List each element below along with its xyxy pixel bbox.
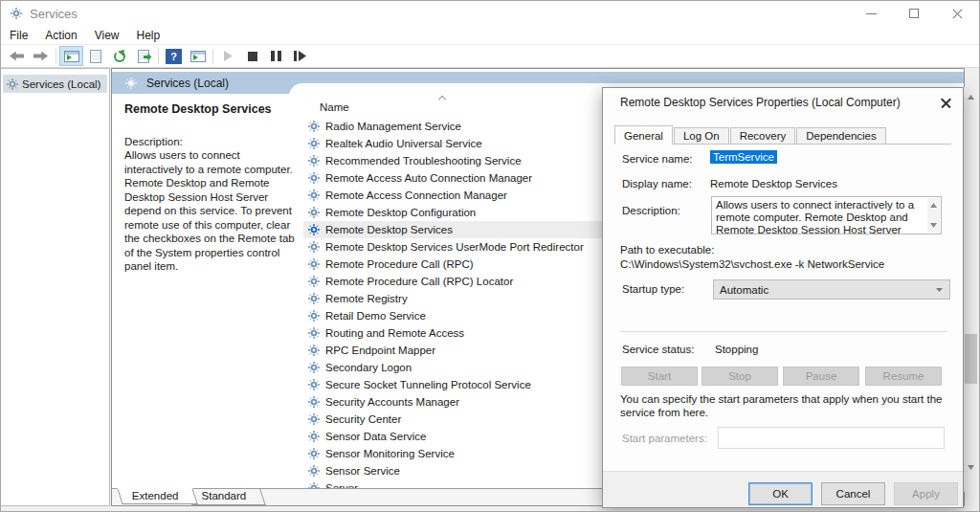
- dialog-close-icon[interactable]: [938, 95, 955, 111]
- service-row-label: Remote Access Connection Manager: [325, 189, 507, 201]
- service-gear-icon: [308, 413, 320, 425]
- console-tree-panel: Services (Local): [1, 68, 110, 506]
- help-icon[interactable]: ?: [162, 46, 186, 66]
- menu-action[interactable]: Action: [36, 27, 85, 44]
- scrollbar-thumb[interactable]: [965, 334, 977, 384]
- service-row-label: Sensor Service: [325, 465, 400, 477]
- back-icon[interactable]: [5, 46, 29, 66]
- service-gear-icon: [308, 465, 320, 477]
- startup-type-value: Automatic: [720, 284, 768, 296]
- description-scrollbar[interactable]: [927, 198, 940, 233]
- stop-service-icon[interactable]: [240, 46, 264, 66]
- service-gear-icon: [308, 241, 320, 253]
- selected-service-title: Remote Desktop Services: [124, 102, 296, 116]
- service-row-label: Security Accounts Manager: [325, 396, 459, 408]
- display-name-value: Remote Desktop Services: [710, 178, 837, 189]
- dialog-tabs: GeneralLog OnRecoveryDependencies: [614, 126, 951, 145]
- extended-description-pane: Remote Desktop Services Description: All…: [112, 94, 303, 488]
- description-label: Description:: [124, 136, 296, 147]
- start-parameters-input: [718, 427, 945, 449]
- export-list-icon[interactable]: [131, 46, 155, 66]
- maximize-icon[interactable]: [893, 1, 936, 26]
- content-header-title: Services (Local): [146, 77, 229, 90]
- apply-button: Apply: [894, 482, 958, 505]
- properties-dialog: Remote Desktop Services Properties (Loca…: [602, 87, 964, 508]
- tab-standard[interactable]: Standard: [187, 489, 265, 505]
- menu-file[interactable]: File: [1, 27, 36, 44]
- dialog-description-label: Description:: [622, 205, 680, 216]
- dialog-title-bar: Remote Desktop Services Properties (Loca…: [603, 88, 963, 117]
- column-header-name[interactable]: Name: [320, 101, 349, 113]
- path-value: C:\Windows\System32\svchost.exe -k Netwo…: [620, 258, 884, 270]
- forward-icon[interactable]: [29, 46, 53, 66]
- service-row-label: Routing and Remote Access: [325, 327, 464, 339]
- menu-help[interactable]: Help: [128, 27, 169, 44]
- service-status-value: Stopping: [715, 344, 758, 355]
- toolbar-separator: [212, 49, 213, 64]
- tab-extended[interactable]: Extended: [117, 488, 197, 504]
- dialog-footer: OKCancelApply: [603, 471, 963, 507]
- minimize-icon[interactable]: [850, 1, 893, 26]
- service-row-label: Realtek Audio Universal Service: [325, 138, 482, 149]
- restart-service-icon[interactable]: [288, 46, 312, 66]
- dialog-tab-log-on[interactable]: Log On: [674, 127, 729, 144]
- pause-button: Pause: [783, 367, 859, 386]
- start-button: Start: [621, 367, 698, 386]
- service-row-label: Remote Registry: [325, 293, 408, 304]
- dialog-tab-general[interactable]: General: [614, 125, 673, 145]
- tree-item-label: Services (Local): [22, 78, 100, 90]
- service-gear-icon: [308, 345, 320, 356]
- title-bar: Services: [1, 1, 979, 26]
- tree-item-services-local[interactable]: Services (Local): [3, 75, 107, 93]
- service-row-label: Remote Desktop Services: [325, 224, 453, 235]
- service-row-label: RPC Endpoint Mapper: [325, 345, 435, 356]
- service-gear-icon: [308, 138, 320, 149]
- action-pane-toggle-icon[interactable]: [186, 46, 210, 66]
- ok-button[interactable]: OK: [748, 482, 813, 505]
- service-gear-icon: [308, 293, 320, 304]
- window-title: Services: [30, 7, 78, 21]
- chevron-down-icon: [936, 288, 943, 292]
- service-name-value[interactable]: TermService: [710, 151, 777, 163]
- service-gear-icon: [308, 276, 320, 287]
- startup-type-label: Startup type:: [622, 283, 684, 295]
- scroll-up-icon[interactable]: [930, 203, 937, 208]
- service-row-label: Sensor Monitoring Service: [325, 448, 455, 459]
- pause-service-icon[interactable]: [264, 46, 288, 66]
- service-gear-icon: [308, 224, 320, 235]
- close-icon[interactable]: [936, 1, 979, 26]
- services-app-icon: [11, 8, 22, 19]
- menu-view[interactable]: View: [86, 27, 128, 44]
- services-window: Services File Action View Help ?: [0, 0, 980, 512]
- service-row-label: Sensor Data Service: [325, 431, 426, 442]
- menu-bar: File Action View Help: [1, 26, 979, 45]
- sort-ascending-icon: [439, 95, 446, 101]
- scroll-up-icon[interactable]: [964, 90, 978, 104]
- band-gear-icon: [125, 78, 137, 89]
- service-gear-icon: [308, 396, 320, 408]
- service-row-label: Secondary Logon: [325, 362, 412, 373]
- toolbar-separator: [56, 49, 56, 64]
- start-service-icon[interactable]: [216, 46, 240, 66]
- scroll-down-icon[interactable]: [964, 460, 978, 475]
- display-name-label: Display name:: [622, 178, 692, 189]
- startup-type-dropdown[interactable]: Automatic: [713, 279, 950, 300]
- list-scrollbar[interactable]: [964, 87, 978, 492]
- toolbar-separator: [158, 49, 159, 64]
- service-description-text: Allows users to connect interactively to…: [124, 148, 301, 274]
- path-label: Path to executable:: [620, 244, 714, 256]
- dialog-description-box[interactable]: Allows users to connect interactively to…: [711, 196, 942, 234]
- dialog-tab-dependencies[interactable]: Dependencies: [796, 127, 886, 144]
- dialog-tab-recovery[interactable]: Recovery: [730, 127, 796, 144]
- cancel-button[interactable]: Cancel: [821, 482, 885, 505]
- console-tree-toggle-icon[interactable]: [59, 46, 83, 66]
- properties-icon[interactable]: [83, 46, 107, 66]
- refresh-icon[interactable]: [107, 46, 131, 66]
- service-row-label: Recommended Troubleshooting Service: [325, 155, 522, 167]
- scroll-down-icon[interactable]: [930, 223, 937, 228]
- service-gear-icon: [308, 379, 320, 390]
- service-gear-icon: [308, 310, 320, 322]
- services-gear-icon: [7, 78, 18, 90]
- toolbar: ?: [1, 45, 979, 68]
- service-gear-icon: [308, 155, 320, 167]
